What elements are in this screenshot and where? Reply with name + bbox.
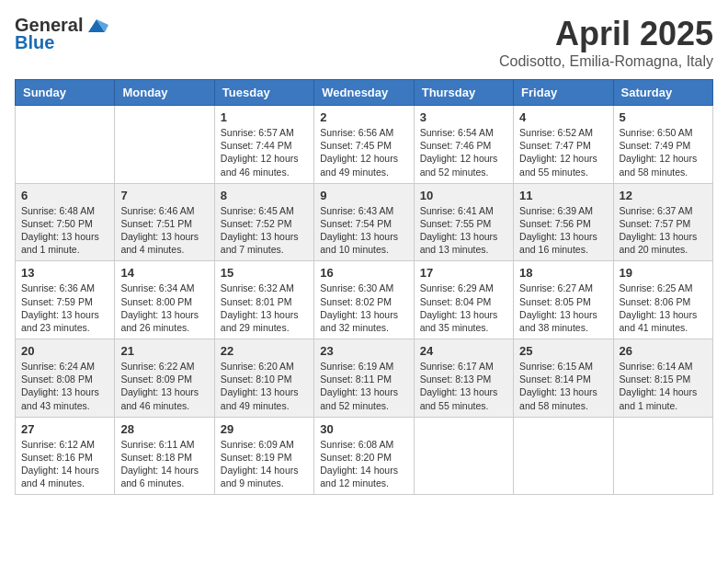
day-info: Sunrise: 6:34 AM Sunset: 8:00 PM Dayligh…: [120, 282, 208, 334]
calendar-cell: 11Sunrise: 6:39 AM Sunset: 7:56 PM Dayli…: [514, 183, 613, 261]
day-info: Sunrise: 6:12 AM Sunset: 8:16 PM Dayligh…: [21, 438, 108, 490]
calendar-week-row: 20Sunrise: 6:24 AM Sunset: 8:08 PM Dayli…: [16, 339, 713, 418]
day-number: 3: [420, 110, 507, 124]
calendar-cell: 23Sunrise: 6:19 AM Sunset: 8:11 PM Dayli…: [314, 339, 414, 418]
calendar-cell: 17Sunrise: 6:29 AM Sunset: 8:04 PM Dayli…: [414, 261, 513, 339]
day-info: Sunrise: 6:22 AM Sunset: 8:09 PM Dayligh…: [120, 360, 208, 412]
day-number: 27: [21, 422, 108, 436]
calendar-cell: 1Sunrise: 6:57 AM Sunset: 7:44 PM Daylig…: [214, 106, 313, 184]
calendar-cell: 25Sunrise: 6:15 AM Sunset: 8:14 PM Dayli…: [514, 339, 613, 418]
day-number: 25: [519, 344, 607, 358]
day-info: Sunrise: 6:08 AM Sunset: 8:20 PM Dayligh…: [320, 438, 407, 490]
day-number: 24: [420, 344, 507, 358]
day-info: Sunrise: 6:56 AM Sunset: 7:45 PM Dayligh…: [320, 126, 407, 178]
day-number: 6: [21, 189, 108, 202]
day-info: Sunrise: 6:43 AM Sunset: 7:54 PM Dayligh…: [320, 204, 407, 257]
day-number: 22: [221, 344, 308, 358]
calendar-week-row: 1Sunrise: 6:57 AM Sunset: 7:44 PM Daylig…: [16, 106, 713, 184]
day-number: 30: [320, 422, 407, 436]
day-info: Sunrise: 6:32 AM Sunset: 8:01 PM Dayligh…: [221, 282, 308, 334]
calendar-cell: 7Sunrise: 6:46 AM Sunset: 7:51 PM Daylig…: [115, 183, 214, 261]
weekday-header-row: SundayMondayTuesdayWednesdayThursdayFrid…: [16, 80, 713, 106]
calendar-cell: 18Sunrise: 6:27 AM Sunset: 8:05 PM Dayli…: [514, 261, 613, 339]
day-number: 8: [221, 189, 308, 202]
day-info: Sunrise: 6:37 AM Sunset: 7:57 PM Dayligh…: [620, 204, 707, 257]
month-title: April 2025: [499, 15, 713, 53]
calendar-cell: 14Sunrise: 6:34 AM Sunset: 8:00 PM Dayli…: [115, 261, 214, 339]
calendar-cell: 20Sunrise: 6:24 AM Sunset: 8:08 PM Dayli…: [16, 339, 115, 418]
calendar-cell: 8Sunrise: 6:45 AM Sunset: 7:52 PM Daylig…: [214, 183, 313, 261]
day-number: 17: [420, 266, 507, 280]
day-info: Sunrise: 6:29 AM Sunset: 8:04 PM Dayligh…: [420, 282, 507, 334]
day-info: Sunrise: 6:30 AM Sunset: 8:02 PM Dayligh…: [320, 282, 407, 334]
day-info: Sunrise: 6:48 AM Sunset: 7:50 PM Dayligh…: [21, 204, 108, 257]
day-number: 2: [320, 110, 407, 124]
day-number: 28: [120, 422, 208, 436]
calendar-cell: 28Sunrise: 6:11 AM Sunset: 8:18 PM Dayli…: [115, 417, 214, 495]
calendar-cell: 30Sunrise: 6:08 AM Sunset: 8:20 PM Dayli…: [314, 417, 414, 495]
weekday-header-thursday: Thursday: [414, 80, 513, 106]
day-number: 4: [519, 110, 607, 124]
calendar-cell: 13Sunrise: 6:36 AM Sunset: 7:59 PM Dayli…: [16, 261, 115, 339]
weekday-header-monday: Monday: [115, 80, 214, 106]
calendar-cell: 3Sunrise: 6:54 AM Sunset: 7:46 PM Daylig…: [414, 106, 513, 184]
calendar-cell: 5Sunrise: 6:50 AM Sunset: 7:49 PM Daylig…: [613, 106, 712, 184]
day-info: Sunrise: 6:45 AM Sunset: 7:52 PM Dayligh…: [221, 204, 308, 257]
day-info: Sunrise: 6:17 AM Sunset: 8:13 PM Dayligh…: [420, 360, 507, 412]
calendar-cell: 6Sunrise: 6:48 AM Sunset: 7:50 PM Daylig…: [16, 183, 115, 261]
weekday-header-tuesday: Tuesday: [214, 80, 313, 106]
weekday-header-wednesday: Wednesday: [314, 80, 414, 106]
day-number: 26: [620, 344, 707, 358]
day-info: Sunrise: 6:15 AM Sunset: 8:14 PM Dayligh…: [519, 360, 607, 412]
calendar-cell: [414, 417, 513, 495]
day-info: Sunrise: 6:14 AM Sunset: 8:15 PM Dayligh…: [620, 360, 707, 412]
calendar-cell: [16, 106, 115, 184]
calendar-cell: 19Sunrise: 6:25 AM Sunset: 8:06 PM Dayli…: [613, 261, 712, 339]
weekday-header-friday: Friday: [514, 80, 613, 106]
day-number: 9: [320, 189, 407, 202]
weekday-header-saturday: Saturday: [613, 80, 712, 106]
day-info: Sunrise: 6:25 AM Sunset: 8:06 PM Dayligh…: [620, 282, 707, 334]
logo-blue-text: Blue: [15, 32, 54, 53]
calendar-cell: [115, 106, 214, 184]
day-info: Sunrise: 6:50 AM Sunset: 7:49 PM Dayligh…: [620, 126, 707, 178]
day-number: 15: [221, 266, 308, 280]
calendar-cell: 10Sunrise: 6:41 AM Sunset: 7:55 PM Dayli…: [414, 183, 513, 261]
calendar-cell: 24Sunrise: 6:17 AM Sunset: 8:13 PM Dayli…: [414, 339, 513, 418]
calendar-table: SundayMondayTuesdayWednesdayThursdayFrid…: [15, 79, 713, 495]
calendar-cell: [514, 417, 613, 495]
calendar-cell: 26Sunrise: 6:14 AM Sunset: 8:15 PM Dayli…: [613, 339, 712, 418]
day-info: Sunrise: 6:24 AM Sunset: 8:08 PM Dayligh…: [21, 360, 108, 412]
day-info: Sunrise: 6:27 AM Sunset: 8:05 PM Dayligh…: [519, 282, 607, 334]
day-info: Sunrise: 6:41 AM Sunset: 7:55 PM Dayligh…: [420, 204, 507, 257]
day-number: 18: [519, 266, 607, 280]
day-number: 21: [120, 344, 208, 358]
day-number: 23: [320, 344, 407, 358]
day-info: Sunrise: 6:20 AM Sunset: 8:10 PM Dayligh…: [221, 360, 308, 412]
calendar-cell: 16Sunrise: 6:30 AM Sunset: 8:02 PM Dayli…: [314, 261, 414, 339]
logo-icon: [85, 16, 108, 36]
calendar-cell: 27Sunrise: 6:12 AM Sunset: 8:16 PM Dayli…: [16, 417, 115, 495]
day-number: 1: [221, 110, 308, 124]
day-number: 10: [420, 189, 507, 202]
day-info: Sunrise: 6:52 AM Sunset: 7:47 PM Dayligh…: [519, 126, 607, 178]
calendar-week-row: 27Sunrise: 6:12 AM Sunset: 8:16 PM Dayli…: [16, 417, 713, 495]
calendar-cell: 22Sunrise: 6:20 AM Sunset: 8:10 PM Dayli…: [214, 339, 313, 418]
day-info: Sunrise: 6:57 AM Sunset: 7:44 PM Dayligh…: [221, 126, 308, 178]
day-info: Sunrise: 6:46 AM Sunset: 7:51 PM Dayligh…: [120, 204, 208, 257]
calendar-cell: 15Sunrise: 6:32 AM Sunset: 8:01 PM Dayli…: [214, 261, 313, 339]
day-number: 16: [320, 266, 407, 280]
day-info: Sunrise: 6:09 AM Sunset: 8:19 PM Dayligh…: [221, 438, 308, 490]
title-area: April 2025 Codisotto, Emilia-Romagna, It…: [499, 15, 713, 70]
day-number: 11: [519, 189, 607, 202]
day-number: 14: [120, 266, 208, 280]
day-number: 19: [620, 266, 707, 280]
weekday-header-sunday: Sunday: [16, 80, 115, 106]
calendar-cell: 9Sunrise: 6:43 AM Sunset: 7:54 PM Daylig…: [314, 183, 414, 261]
day-number: 13: [21, 266, 108, 280]
calendar-cell: [613, 417, 712, 495]
day-number: 29: [221, 422, 308, 436]
calendar-cell: 4Sunrise: 6:52 AM Sunset: 7:47 PM Daylig…: [514, 106, 613, 184]
calendar-week-row: 13Sunrise: 6:36 AM Sunset: 7:59 PM Dayli…: [16, 261, 713, 339]
calendar-week-row: 6Sunrise: 6:48 AM Sunset: 7:50 PM Daylig…: [16, 183, 713, 261]
